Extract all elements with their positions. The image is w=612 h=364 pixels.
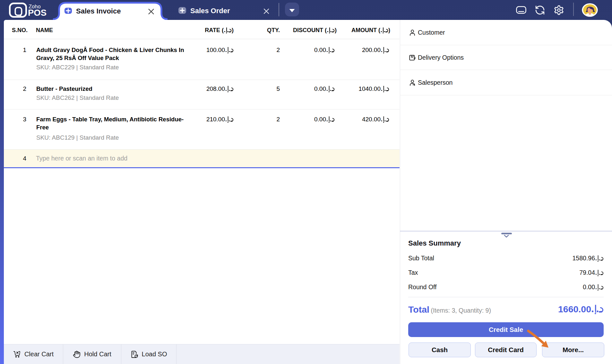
svg-text:POS: POS [28, 8, 47, 18]
